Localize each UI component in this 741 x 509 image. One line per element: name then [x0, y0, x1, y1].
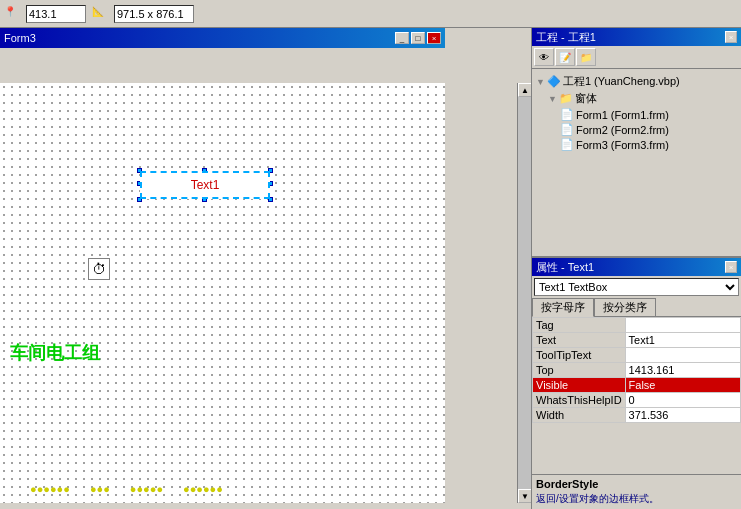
form-canvas[interactable]: Text1 ⏱ 车间电工组 ●●●●●● ●●● ●●●●● ●●●●●● [0, 83, 445, 503]
chinese-label: 车间电工组 [10, 341, 100, 365]
text1-control[interactable]: Text1 [140, 171, 270, 199]
properties-panel: 属性 - Text1 × Text1 TextBox 按字母序 按分类序 Tag [532, 258, 741, 509]
prop-row-tooltiptext[interactable]: ToolTipText [533, 348, 741, 363]
inner-window-controls: _ □ × [395, 32, 441, 44]
properties-footer: BorderStyle 返回/设置对象的边框样式。 [532, 474, 741, 509]
prop-value-visible[interactable]: False [625, 378, 740, 393]
form-doc-icon-3: 📄 [560, 138, 574, 151]
properties-title: 属性 - Text1 [536, 260, 594, 275]
project-tree: ▼ 🔷 工程1 (YuanCheng.vbp) ▼ 📁 窗体 📄 Form1 (… [532, 69, 741, 156]
tab-category[interactable]: 按分类序 [594, 298, 656, 316]
prop-row-text[interactable]: Text Text1 [533, 333, 741, 348]
maximize-button[interactable]: □ [411, 32, 425, 44]
footer-property-name: BorderStyle [536, 478, 737, 490]
form1-label[interactable]: Form1 (Form1.frm) [576, 109, 669, 121]
prop-name-width: Width [533, 408, 626, 423]
prop-name-text: Text [533, 333, 626, 348]
properties-object-select[interactable]: Text1 TextBox [534, 278, 739, 296]
prop-row-tag[interactable]: Tag [533, 318, 741, 333]
timer-icon[interactable]: ⏱ [88, 258, 110, 280]
top-toolbar: 📍 📐 [0, 0, 741, 28]
scroll-track[interactable] [518, 97, 531, 489]
project-close-button[interactable]: × [725, 31, 737, 43]
root-label[interactable]: 工程1 (YuanCheng.vbp) [563, 74, 680, 89]
tree-forms-folder[interactable]: ▼ 📁 窗体 [536, 90, 737, 107]
properties-close-button[interactable]: × [725, 261, 737, 273]
bottom-item-1: ●●●●●● [30, 483, 70, 495]
prop-name-whatsthis: WhatsThisHelpID [533, 393, 626, 408]
right-panel: 工程 - 工程1 × 👁 📝 📁 ▼ 🔷 工程1 (YuanCheng.vbp)… [531, 28, 741, 509]
prop-name-tag: Tag [533, 318, 626, 333]
bottom-item-3: ●●●●● [130, 483, 163, 495]
bottom-item-4: ●●●●●● [183, 483, 223, 495]
form-doc-icon-2: 📄 [560, 123, 574, 136]
coordinate-display: 📍 📐 [4, 5, 194, 23]
form3-label[interactable]: Form3 (Form3.frm) [576, 139, 669, 151]
form-designer: Text1 ⏱ 车间电工组 ●●●●●● ●●● ●●●●● ●●●●●● Fo… [0, 28, 531, 509]
prop-row-whatsthis[interactable]: WhatsThisHelpID 0 [533, 393, 741, 408]
inner-window-titlebar: Form3 _ □ × [0, 28, 445, 48]
bottom-text-area: ●●●●●● ●●● ●●●●● ●●●●●● [30, 483, 223, 495]
form2-label[interactable]: Form2 (Form2.frm) [576, 124, 669, 136]
bottom-item-2: ●●● [90, 483, 110, 495]
prop-name-top: Top [533, 363, 626, 378]
project-panel: 工程 - 工程1 × 👁 📝 📁 ▼ 🔷 工程1 (YuanCheng.vbp)… [532, 28, 741, 258]
text1-label: Text1 [191, 178, 220, 192]
size-display[interactable] [114, 5, 194, 23]
size-icon: 📐 [92, 6, 108, 22]
scroll-down-button[interactable]: ▼ [518, 489, 531, 503]
project-toolbar: 👁 📝 📁 [532, 46, 741, 69]
forms-folder-label[interactable]: 窗体 [575, 91, 597, 106]
tree-root[interactable]: ▼ 🔷 工程1 (YuanCheng.vbp) [536, 73, 737, 90]
properties-titlebar: 属性 - Text1 × [532, 258, 741, 276]
close-button[interactable]: × [427, 32, 441, 44]
prop-row-top[interactable]: Top 1413.161 [533, 363, 741, 378]
footer-property-desc: 返回/设置对象的边框样式。 [536, 492, 737, 506]
prop-value-text[interactable]: Text1 [625, 333, 740, 348]
tree-form1[interactable]: 📄 Form1 (Form1.frm) [536, 107, 737, 122]
prop-value-tooltiptext[interactable] [625, 348, 740, 363]
forms-expand-icon[interactable]: ▼ [548, 94, 557, 104]
prop-value-whatsthis[interactable]: 0 [625, 393, 740, 408]
prop-row-width[interactable]: Width 371.536 [533, 408, 741, 423]
properties-tabs: 按字母序 按分类序 [532, 298, 741, 317]
scroll-up-button[interactable]: ▲ [518, 83, 531, 97]
project-titlebar: 工程 - 工程1 × [532, 28, 741, 46]
x-coordinate[interactable] [26, 5, 86, 23]
main-area: Text1 ⏱ 车间电工组 ●●●●●● ●●● ●●●●● ●●●●●● Fo… [0, 28, 741, 509]
form-scrollbar[interactable]: ▲ ▼ [517, 83, 531, 503]
prop-value-top[interactable]: 1413.161 [625, 363, 740, 378]
inner-title: Form3 [4, 32, 36, 44]
project-title: 工程 - 工程1 [536, 30, 596, 45]
tree-form2[interactable]: 📄 Form2 (Form2.frm) [536, 122, 737, 137]
folder-icon: 📁 [559, 92, 573, 105]
root-icon: 🔷 [547, 75, 561, 88]
form-doc-icon-1: 📄 [560, 108, 574, 121]
position-icon: 📍 [4, 6, 20, 22]
minimize-button[interactable]: _ [395, 32, 409, 44]
properties-table-container: Tag Text Text1 ToolTipText Top [532, 317, 741, 474]
dot-grid [0, 83, 445, 503]
tab-alphabetic[interactable]: 按字母序 [532, 298, 594, 317]
tree-form3[interactable]: 📄 Form3 (Form3.frm) [536, 137, 737, 152]
prop-row-visible[interactable]: Visible False [533, 378, 741, 393]
prop-name-visible: Visible [533, 378, 626, 393]
toggle-folders-button[interactable]: 📁 [576, 48, 596, 66]
prop-name-tooltiptext: ToolTipText [533, 348, 626, 363]
prop-value-width[interactable]: 371.536 [625, 408, 740, 423]
text1-container[interactable]: Text1 [140, 171, 270, 199]
prop-value-tag[interactable] [625, 318, 740, 333]
view-code-button[interactable]: 📝 [555, 48, 575, 66]
root-expand-icon[interactable]: ▼ [536, 77, 545, 87]
properties-table[interactable]: Tag Text Text1 ToolTipText Top [532, 317, 741, 474]
view-object-button[interactable]: 👁 [534, 48, 554, 66]
